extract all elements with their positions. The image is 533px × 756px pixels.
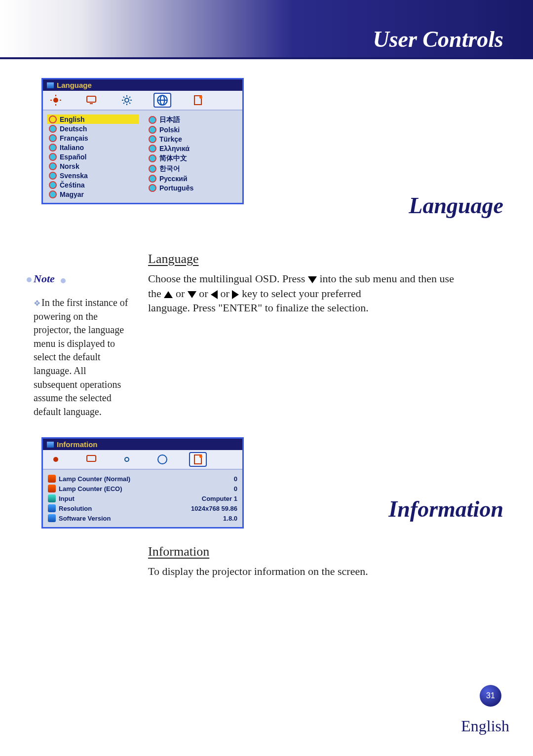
svg-point-13: [53, 457, 58, 462]
osd-language-titlebar: Language: [43, 79, 242, 91]
globe-icon: [149, 165, 156, 173]
globe-icon: [49, 134, 57, 142]
globe-icon: [156, 454, 168, 465]
osd-information-menu: Information Lamp Counter (Normal) 0: [41, 437, 244, 529]
sun-icon: [50, 94, 62, 106]
language-label: 简体中文: [159, 154, 187, 163]
version-icon: [48, 514, 56, 522]
language-item-japanese[interactable]: 日本語: [147, 114, 238, 125]
svg-point-18: [199, 455, 202, 458]
body-text-frag: language. Press "ENTER" to finalize the …: [148, 302, 369, 314]
osd-language-list: English Deutsch Français Italiano Españo…: [43, 111, 242, 203]
body-text-frag: or: [199, 287, 211, 300]
note-block: Note ❖In the first instance of powering …: [34, 272, 132, 418]
globe-icon: [49, 190, 57, 198]
globe-icon: [149, 126, 156, 134]
globe-icon: [149, 184, 156, 192]
info-row-resolution: Resolution 1024x768 59.86: [47, 503, 238, 513]
svg-rect-6: [90, 103, 93, 104]
tab-screen[interactable]: [82, 452, 100, 467]
section-big-title-language: Language: [409, 192, 503, 219]
osd-language-title: Language: [57, 81, 92, 89]
globe-icon: [49, 172, 57, 180]
language-item-chinese[interactable]: 简体中文: [147, 153, 238, 163]
info-label: Lamp Counter (ECO): [59, 485, 122, 492]
arrow-down-icon: [188, 291, 196, 298]
globe-icon: [149, 145, 156, 152]
language-item-polski[interactable]: Polski: [147, 125, 238, 134]
language-item-deutsch[interactable]: Deutsch: [47, 124, 139, 133]
tab-image[interactable]: [47, 452, 65, 467]
page-number-badge: 31: [480, 685, 501, 707]
tab-info[interactable]: [189, 93, 207, 108]
language-item-svenska[interactable]: Svenska: [47, 171, 139, 180]
language-item-magyar[interactable]: Magyar: [47, 189, 139, 199]
tab-language[interactable]: [153, 452, 171, 467]
svg-point-12: [199, 96, 202, 99]
note-label: Note: [34, 272, 55, 285]
language-label: Русский: [159, 175, 188, 183]
tab-info[interactable]: [189, 452, 207, 467]
svg-rect-5: [87, 96, 96, 102]
language-label: Magyar: [60, 190, 84, 198]
globe-icon: [49, 144, 57, 151]
language-label: Türkçe: [159, 135, 182, 143]
lamp-icon: [48, 475, 56, 483]
body-text-frag: key to select your preferred: [242, 287, 361, 300]
info-value: 0: [234, 485, 237, 492]
tab-image[interactable]: [47, 93, 65, 108]
language-label: Čeśtina: [60, 181, 85, 189]
globe-icon: [149, 175, 156, 183]
language-item-italiano[interactable]: Italiano: [47, 143, 139, 152]
language-item-cestina[interactable]: Čeśtina: [47, 180, 139, 189]
language-label: Deutsch: [60, 125, 87, 133]
language-item-turkce[interactable]: Türkçe: [147, 134, 238, 144]
language-item-portugues[interactable]: Português: [147, 183, 238, 192]
language-label: Ελληνικά: [159, 145, 190, 152]
info-row-input: Input Computer 1: [47, 493, 238, 503]
language-item-korean[interactable]: 한국어: [147, 163, 238, 174]
info-row-lamp-normal: Lamp Counter (Normal) 0: [47, 474, 238, 484]
language-item-greek[interactable]: Ελληνικά: [147, 144, 238, 153]
tab-settings[interactable]: [118, 93, 136, 108]
globe-icon: [49, 162, 57, 170]
osd-info-body: Lamp Counter (Normal) 0 Lamp Counter (EC…: [43, 470, 242, 527]
svg-point-7: [125, 98, 129, 102]
globe-icon: [49, 181, 57, 189]
osd-language-menu: Language English Deutsch Français: [41, 78, 244, 204]
language-item-norsk[interactable]: Norsk: [47, 161, 139, 171]
globe-icon: [149, 154, 156, 162]
osd-info-titlebar: Information: [43, 439, 242, 450]
screen-icon: [85, 94, 97, 106]
body-text-frag: or: [221, 287, 232, 300]
globe-icon: [149, 116, 156, 124]
language-item-espanol[interactable]: Español: [47, 152, 139, 161]
section-heading-language: Language: [148, 252, 199, 266]
window-icon: [47, 442, 54, 448]
note-text: ❖In the first instance of powering on th…: [34, 296, 132, 418]
arrow-left-icon: [211, 290, 218, 299]
language-label: Français: [60, 134, 88, 142]
globe-icon: [49, 153, 57, 161]
input-icon: [48, 494, 56, 502]
header-band: User Controls: [0, 0, 533, 59]
language-item-english[interactable]: English: [47, 114, 139, 124]
arrow-down-icon: [308, 276, 317, 283]
info-label: Input: [59, 495, 75, 502]
info-value: 0: [234, 475, 237, 483]
section-heading-information: Information: [148, 544, 209, 559]
svg-point-16: [158, 455, 167, 464]
tab-screen[interactable]: [82, 93, 100, 108]
window-icon: [47, 82, 54, 88]
info-label: Resolution: [59, 505, 92, 512]
tab-settings[interactable]: [118, 452, 136, 467]
tab-language[interactable]: [153, 93, 171, 108]
body-text-frag: or: [176, 287, 188, 300]
osd-info-title: Information: [57, 440, 98, 449]
language-item-francais[interactable]: Français: [47, 133, 139, 143]
svg-point-0: [53, 98, 58, 103]
language-item-russian[interactable]: Русский: [147, 174, 238, 183]
section-body-language: Choose the multilingual OSD. Press into …: [148, 271, 464, 315]
globe-icon: [149, 135, 156, 143]
info-icon: [192, 454, 204, 465]
